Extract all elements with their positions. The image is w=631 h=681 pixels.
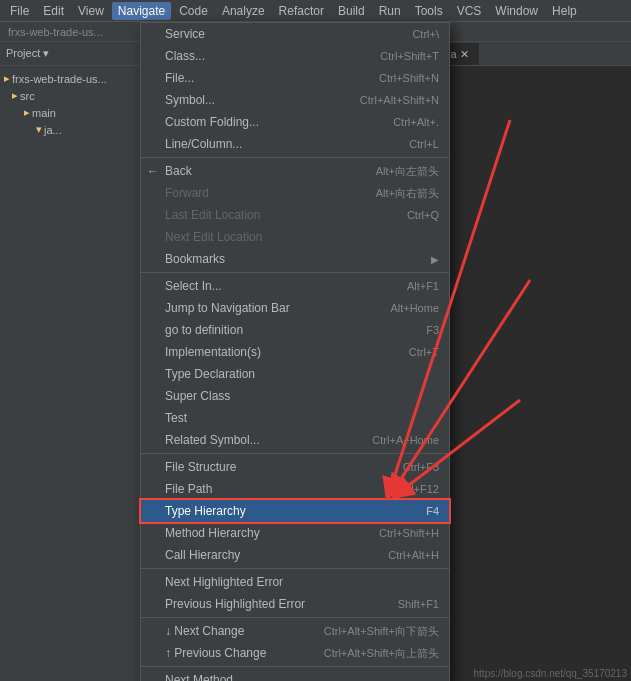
project-name: frxs-web-trade-us... [8,26,103,38]
dropdown-prev-change[interactable]: ↑ Previous Change Ctrl+Alt+Shift+向上箭头 [141,642,449,664]
tree-main[interactable]: ▸ main [0,104,154,121]
separator-2 [141,272,449,273]
menu-vcs[interactable]: VCS [451,2,488,20]
separator-5 [141,617,449,618]
dropdown-file-structure-shortcut: Ctrl+F3 [403,461,439,473]
dropdown-bookmarks[interactable]: Bookmarks ▶ [141,248,449,270]
dropdown-jump-nav-label: Jump to Navigation Bar [165,301,370,315]
folder-icon: ▸ [12,89,18,102]
separator-4 [141,568,449,569]
menu-bar: File Edit View Navigate Code Analyze Ref… [0,0,631,22]
dropdown-prev-change-shortcut: Ctrl+Alt+Shift+向上箭头 [324,646,439,661]
dropdown-type-decl[interactable]: Type Declaration [141,363,449,385]
menu-analyze[interactable]: Analyze [216,2,271,20]
dropdown-back[interactable]: ← Back Alt+向左箭头 [141,160,449,182]
dropdown-test-label: Test [165,411,439,425]
dropdown-bookmarks-label: Bookmarks [165,252,427,266]
dropdown-file-path[interactable]: File Path Ctrl+F12 [141,478,449,500]
dropdown-service-label: Service [165,27,392,41]
dropdown-test[interactable]: Test [141,407,449,429]
dropdown-service[interactable]: Service Ctrl+\ [141,23,449,45]
sidebar-tree: ▸ frxs-web-trade-us... ▸ src ▸ main ▾ ja… [0,66,154,142]
dropdown-method-hierarchy-shortcut: Ctrl+Shift+H [379,527,439,539]
menu-refactor[interactable]: Refactor [273,2,330,20]
dropdown-goto-def-label: go to definition [165,323,406,337]
menu-file[interactable]: File [4,2,35,20]
dropdown-type-hierarchy-label: Type Hierarchy [165,504,406,518]
dropdown-implementation[interactable]: Implementation(s) Ctrl+T [141,341,449,363]
dropdown-method-hierarchy-label: Method Hierarchy [165,526,359,540]
dropdown-call-hierarchy-shortcut: Ctrl+Alt+H [388,549,439,561]
tree-src[interactable]: ▸ src [0,87,154,104]
dropdown-goto-def-shortcut: F3 [426,324,439,336]
menu-build[interactable]: Build [332,2,371,20]
navigate-dropdown: Service Ctrl+\ Class... Ctrl+Shift+T Fil… [140,22,450,681]
dropdown-last-edit-shortcut: Ctrl+Q [407,209,439,221]
dropdown-type-hierarchy-shortcut: F4 [426,505,439,517]
dropdown-type-decl-label: Type Declaration [165,367,439,381]
dropdown-line-column[interactable]: Line/Column... Ctrl+L [141,133,449,155]
dropdown-prev-error-label: Previous Highlighted Error [165,597,378,611]
dropdown-file[interactable]: File... Ctrl+Shift+N [141,67,449,89]
dropdown-method-hierarchy[interactable]: Method Hierarchy Ctrl+Shift+H [141,522,449,544]
dropdown-custom-folding[interactable]: Custom Folding... Ctrl+Alt+. [141,111,449,133]
menu-edit[interactable]: Edit [37,2,70,20]
dropdown-jump-nav-shortcut: Alt+Home [390,302,439,314]
menu-view[interactable]: View [72,2,110,20]
dropdown-file-structure-label: File Structure [165,460,383,474]
dropdown-next-method[interactable]: Next Method [141,669,449,681]
dropdown-related-symbol[interactable]: Related Symbol... Ctrl+A+Home [141,429,449,451]
dropdown-next-change[interactable]: ↓ Next Change Ctrl+Alt+Shift+向下箭头 [141,620,449,642]
dropdown-file-shortcut: Ctrl+Shift+N [379,72,439,84]
dropdown-custom-folding-label: Custom Folding... [165,115,373,129]
dropdown-prev-change-label: ↑ Previous Change [165,646,304,660]
dropdown-jump-nav[interactable]: Jump to Navigation Bar Alt+Home [141,297,449,319]
dropdown-file-structure[interactable]: File Structure Ctrl+F3 [141,456,449,478]
menu-help[interactable]: Help [546,2,583,20]
dropdown-next-error[interactable]: Next Highlighted Error [141,571,449,593]
menu-tools[interactable]: Tools [409,2,449,20]
sidebar-header[interactable]: Project ▾ [0,42,154,66]
dropdown-next-error-label: Next Highlighted Error [165,575,439,589]
tree-java[interactable]: ▾ ja... [0,121,154,138]
menu-code[interactable]: Code [173,2,214,20]
dropdown-symbol[interactable]: Symbol... Ctrl+Alt+Shift+N [141,89,449,111]
dropdown-custom-folding-shortcut: Ctrl+Alt+. [393,116,439,128]
dropdown-implementation-shortcut: Ctrl+T [409,346,439,358]
tree-project-label: frxs-web-trade-us... [12,73,107,85]
dropdown-back-label: Back [165,164,356,178]
dropdown-related-symbol-shortcut: Ctrl+A+Home [372,434,439,446]
dropdown-implementation-label: Implementation(s) [165,345,389,359]
dropdown-class[interactable]: Class... Ctrl+Shift+T [141,45,449,67]
separator-1 [141,157,449,158]
dropdown-next-change-label: ↓ Next Change [165,624,304,638]
menu-window[interactable]: Window [489,2,544,20]
dropdown-symbol-shortcut: Ctrl+Alt+Shift+N [360,94,439,106]
dropdown-last-edit-label: Last Edit Location [165,208,387,222]
separator-3 [141,453,449,454]
dropdown-forward: Forward Alt+向右箭头 [141,182,449,204]
dropdown-prev-error[interactable]: Previous Highlighted Error Shift+F1 [141,593,449,615]
folder-icon: ▸ [24,106,30,119]
dropdown-type-hierarchy[interactable]: Type Hierarchy F4 [141,500,449,522]
dropdown-call-hierarchy[interactable]: Call Hierarchy Ctrl+Alt+H [141,544,449,566]
menu-navigate[interactable]: Navigate [112,2,171,20]
dropdown-super-class-label: Super Class [165,389,439,403]
dropdown-goto-def[interactable]: go to definition F3 [141,319,449,341]
dropdown-prev-error-shortcut: Shift+F1 [398,598,439,610]
dropdown-file-path-shortcut: Ctrl+F12 [397,483,440,495]
tree-project[interactable]: ▸ frxs-web-trade-us... [0,70,154,87]
dropdown-file-label: File... [165,71,359,85]
tree-src-label: src [20,90,35,102]
dropdown-class-label: Class... [165,49,360,63]
sidebar: Project ▾ ▸ frxs-web-trade-us... ▸ src ▸… [0,42,155,681]
dropdown-next-edit-label: Next Edit Location [165,230,439,244]
menu-run[interactable]: Run [373,2,407,20]
dropdown-next-change-shortcut: Ctrl+Alt+Shift+向下箭头 [324,624,439,639]
dropdown-super-class[interactable]: Super Class [141,385,449,407]
dropdown-select-in-label: Select In... [165,279,387,293]
tree-main-label: main [32,107,56,119]
dropdown-select-in[interactable]: Select In... Alt+F1 [141,275,449,297]
dropdown-last-edit: Last Edit Location Ctrl+Q [141,204,449,226]
dropdown-select-in-shortcut: Alt+F1 [407,280,439,292]
